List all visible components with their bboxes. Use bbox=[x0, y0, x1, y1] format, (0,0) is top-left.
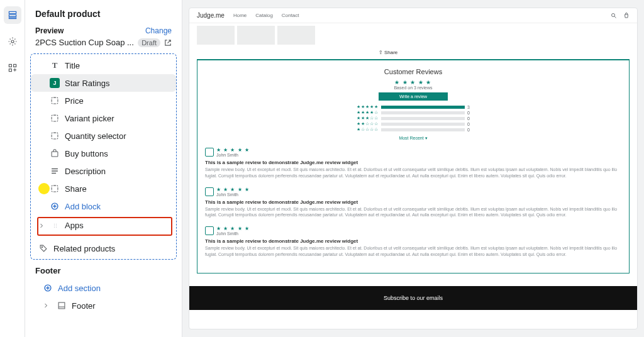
tree-section-related[interactable]: Related products bbox=[31, 240, 176, 257]
write-review-button[interactable]: Write a review bbox=[379, 92, 448, 101]
review-entry: ★ ★ ★ ★ ★ John Smith This is a sample re… bbox=[205, 226, 621, 258]
tree-item-label: Price bbox=[65, 96, 84, 106]
sort-dropdown[interactable]: Most Recent ▾ bbox=[205, 136, 621, 141]
thumbnail[interactable] bbox=[277, 26, 315, 45]
template-title: Default product bbox=[25, 0, 182, 21]
search-icon[interactable] bbox=[611, 13, 617, 19]
share-label[interactable]: Share bbox=[384, 50, 397, 55]
svg-point-9 bbox=[54, 223, 55, 224]
svg-rect-7 bbox=[52, 152, 58, 157]
tree-item-variant-picker[interactable]: Variant picker bbox=[31, 109, 176, 127]
rating-bar-row[interactable]: ★★★☆☆ 0 bbox=[357, 116, 470, 121]
chevron-right-icon bbox=[38, 223, 47, 229]
store-brand[interactable]: Judge.me bbox=[197, 12, 225, 19]
tree-section-apps[interactable]: Apps bbox=[31, 217, 176, 234]
review-username: John Smith bbox=[216, 192, 250, 197]
plus-icon bbox=[50, 201, 60, 211]
tree-item-label: Star Ratings bbox=[65, 79, 110, 88]
cart-icon bbox=[50, 148, 60, 158]
chevron-right-icon bbox=[43, 302, 52, 309]
bar-track bbox=[381, 128, 465, 131]
reviews-widget: Customer Reviews ★ ★ ★ ★ ★ Based on 3 re… bbox=[197, 59, 630, 273]
storefront-header: Judge.me Home Catalog Contact bbox=[189, 8, 637, 23]
svg-point-13 bbox=[54, 226, 55, 227]
add-section-footer[interactable]: Add section bbox=[35, 279, 172, 297]
rating-bar-row[interactable]: ★★★★☆ 0 bbox=[357, 110, 470, 115]
change-link[interactable]: Change bbox=[145, 26, 172, 35]
review-list: ★ ★ ★ ★ ★ John Smith This is a sample re… bbox=[205, 147, 621, 258]
tree-item-add-block[interactable]: Add block bbox=[31, 197, 176, 215]
svg-rect-5 bbox=[13, 64, 16, 67]
sidebar: Default product Preview Change 2PCS Suct… bbox=[25, 0, 182, 337]
review-username: John Smith bbox=[216, 153, 250, 157]
external-link-icon[interactable] bbox=[164, 39, 172, 47]
footer-section-item[interactable]: Footer bbox=[35, 297, 172, 314]
sections-rail-icon[interactable] bbox=[4, 6, 21, 24]
tree-item-label: Quantity selector bbox=[65, 131, 126, 141]
footer-icon bbox=[57, 301, 67, 311]
settings-rail-icon[interactable] bbox=[4, 33, 21, 50]
svg-rect-0 bbox=[9, 11, 16, 13]
rating-bar-row[interactable]: ★☆☆☆☆ 0 bbox=[357, 127, 470, 132]
block-icon bbox=[50, 96, 60, 106]
nav-catalog[interactable]: Catalog bbox=[255, 13, 273, 18]
footer-group-title: Footer bbox=[35, 266, 172, 275]
preview-label: Preview bbox=[35, 26, 64, 35]
rating-bars: ★★★★★ 3 ★★★★☆ 0 ★★★☆☆ 0 ★★☆☆☆ 0 ★☆☆☆☆ 0 bbox=[357, 104, 470, 132]
cart-icon[interactable] bbox=[623, 13, 630, 19]
nav-contact[interactable]: Contact bbox=[282, 13, 299, 18]
text-icon: T bbox=[50, 60, 60, 70]
footer-label: Footer bbox=[72, 301, 96, 311]
tree-item-star-ratings[interactable]: JStar Ratings bbox=[31, 74, 176, 92]
block-icon bbox=[50, 113, 60, 123]
tree-item-price[interactable]: Price bbox=[31, 92, 176, 109]
drag-handle-icon[interactable] bbox=[52, 223, 60, 229]
nav-home[interactable]: Home bbox=[233, 13, 247, 18]
review-entry: ★ ★ ★ ★ ★ John Smith This is a sample re… bbox=[205, 187, 621, 219]
related-label: Related products bbox=[53, 244, 115, 253]
review-entry: ★ ★ ★ ★ ★ John Smith This is a sample re… bbox=[205, 147, 621, 179]
add-section-label: Add section bbox=[58, 284, 101, 293]
overall-stars-icon: ★ ★ ★ ★ ★ bbox=[205, 79, 621, 86]
device-frame: Judge.me Home Catalog Contact ⇪ Share Cu… bbox=[189, 8, 638, 329]
review-username: John Smith bbox=[216, 231, 250, 236]
bar-track bbox=[381, 106, 465, 109]
svg-point-15 bbox=[42, 246, 42, 247]
entry-stars-icon: ★ ★ ★ ★ ★ bbox=[216, 187, 250, 192]
rating-bar-row[interactable]: ★★☆☆☆ 0 bbox=[357, 121, 470, 126]
bar-count: 3 bbox=[467, 105, 470, 109]
entry-stars-icon: ★ ★ ★ ★ ★ bbox=[216, 226, 250, 231]
rating-bar-row[interactable]: ★★★★★ 3 bbox=[357, 104, 470, 109]
footer-group: Footer Add section Footer bbox=[25, 260, 182, 317]
tree-item-quantity-selector[interactable]: Quantity selector bbox=[31, 127, 176, 145]
tree-item-share[interactable]: Share bbox=[31, 180, 176, 197]
stars-icon: ★☆☆☆☆ bbox=[357, 127, 379, 132]
review-title: This is a sample review to demonstrate J… bbox=[205, 199, 621, 205]
svg-point-3 bbox=[11, 40, 14, 43]
apps-rail-icon[interactable] bbox=[4, 59, 21, 77]
thumbnail[interactable] bbox=[197, 26, 235, 45]
stars-icon: ★★★☆☆ bbox=[357, 116, 379, 121]
judge-icon: J bbox=[50, 78, 60, 88]
svg-rect-1 bbox=[9, 14, 16, 16]
plus-icon bbox=[43, 283, 53, 293]
block-icon bbox=[50, 184, 60, 194]
tree-item-title[interactable]: TTitle bbox=[31, 57, 176, 74]
svg-rect-4 bbox=[9, 64, 11, 67]
newsletter-title: Subscribe to our emails bbox=[384, 295, 443, 301]
tree-item-description[interactable]: Description bbox=[31, 162, 176, 180]
bar-track bbox=[381, 117, 465, 120]
review-title: This is a sample review to demonstrate J… bbox=[205, 160, 621, 165]
tree-item-label: Description bbox=[65, 167, 106, 176]
preview-canvas: Judge.me Home Catalog Contact ⇪ Share Cu… bbox=[182, 0, 644, 337]
reviews-title: Customer Reviews bbox=[205, 68, 621, 75]
entry-stars-icon: ★ ★ ★ ★ ★ bbox=[216, 147, 250, 153]
tree-item-label: Title bbox=[65, 61, 80, 70]
bar-count: 0 bbox=[467, 116, 470, 121]
tree-item-label: Share bbox=[65, 184, 87, 194]
highlight-dot bbox=[38, 183, 50, 194]
add-section[interactable]: Add section bbox=[31, 257, 176, 260]
thumbnail[interactable] bbox=[237, 26, 275, 45]
tree-item-buy-buttons[interactable]: Buy buttons bbox=[31, 145, 176, 162]
icon-rail bbox=[0, 0, 25, 337]
